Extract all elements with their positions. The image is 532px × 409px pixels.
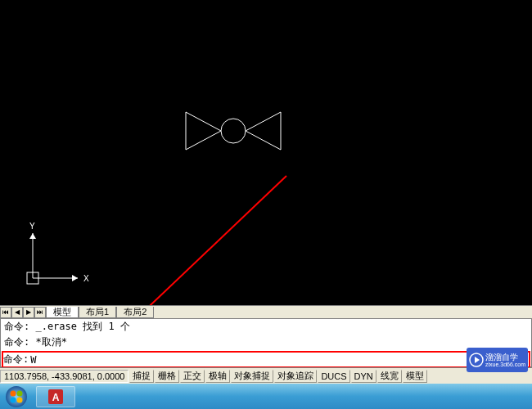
command-input[interactable] (29, 353, 529, 366)
autocad-icon: A (47, 389, 64, 405)
command-prompt-label: 命令: (3, 353, 29, 366)
svg-text:X: X (83, 274, 89, 283)
watermark-badge: 溜溜自学 zixue.3d66.com (467, 348, 528, 372)
svg-marker-7 (29, 233, 36, 239)
svg-point-16 (17, 390, 23, 396)
command-history-line: 命令: *取消* (1, 335, 531, 350)
ducs-toggle[interactable]: DUCS (318, 370, 349, 383)
taskbar-app-autocad[interactable]: A (36, 386, 75, 407)
command-input-row[interactable]: 命令: (2, 351, 530, 368)
svg-text:A: A (52, 392, 60, 403)
command-panel: 命令: _.erase 找到 1 个 命令: *取消* 命令: (0, 318, 532, 367)
command-history-line: 命令: _.erase 找到 1 个 (1, 319, 531, 335)
status-bar: 1103.7958, -433.9081, 0.0000 捕捉 栅格 正交 极轴… (0, 367, 532, 384)
grid-toggle[interactable]: 栅格 (155, 370, 179, 383)
svg-text:Y: Y (29, 222, 35, 231)
coordinates-display: 1103.7958, -433.9081, 0.0000 (0, 370, 128, 383)
svg-point-14 (6, 386, 27, 407)
tab-nav-prev-icon[interactable]: ◀ (11, 307, 23, 318)
lineweight-toggle[interactable]: 线宽 (377, 370, 402, 383)
tab-nav-first-icon[interactable]: ⏮ (0, 307, 11, 318)
tab-layout2[interactable]: 布局2 (116, 307, 154, 318)
ortho-toggle[interactable]: 正交 (180, 370, 205, 383)
svg-marker-4 (72, 275, 78, 281)
model-paper-toggle[interactable]: 模型 (403, 370, 427, 383)
dyn-toggle[interactable]: DYN (351, 370, 376, 383)
svg-point-18 (17, 397, 23, 402)
windows-taskbar: A (0, 384, 532, 409)
polar-toggle[interactable]: 极轴 (205, 370, 230, 383)
osnap-toggle[interactable]: 对象捕捉 (231, 370, 273, 383)
tab-nav-last-icon[interactable]: ⏭ (34, 307, 46, 318)
watermark-text: 溜溜自学 (485, 353, 525, 362)
watermark-url: zixue.3d66.com (485, 362, 525, 367)
snap-toggle[interactable]: 捕捉 (129, 370, 154, 383)
svg-marker-0 (186, 112, 221, 150)
svg-point-17 (11, 397, 16, 402)
layout-tab-bar: ⏮ ◀ ▶ ⏭ 模型 布局1 布局2 (0, 305, 532, 318)
svg-marker-13 (475, 357, 480, 363)
svg-point-2 (221, 119, 246, 143)
svg-point-15 (11, 390, 16, 396)
drawing-canvas[interactable]: X Y (0, 0, 532, 305)
otrack-toggle[interactable]: 对象追踪 (274, 370, 317, 383)
tab-layout1[interactable]: 布局1 (79, 307, 116, 318)
cad-drawing-object (184, 110, 282, 151)
ucs-icon: X Y (25, 221, 90, 289)
tab-nav-next-icon[interactable]: ▶ (23, 307, 34, 318)
svg-marker-1 (246, 112, 281, 150)
start-button[interactable] (0, 384, 33, 409)
tab-model[interactable]: 模型 (46, 307, 79, 318)
